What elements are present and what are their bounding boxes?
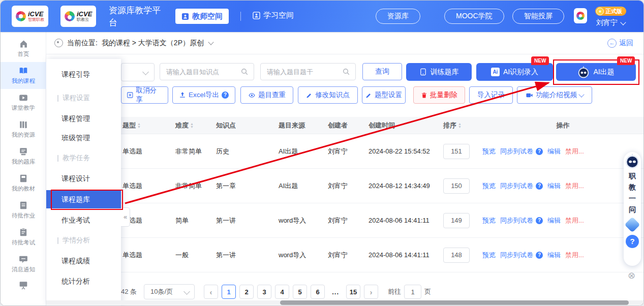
- sidebar-item-my-courses[interactable]: 我的课程: [1, 62, 46, 89]
- medal-icon: ★: [596, 8, 604, 15]
- menu-item-course-question-bank[interactable]: 课程题库: [46, 190, 121, 208]
- back-button[interactable]: ← 返回: [607, 39, 633, 48]
- menu-item-course-management[interactable]: 课程管理: [46, 110, 121, 127]
- knowledge-point-input[interactable]: [160, 63, 254, 80]
- question-stem-input[interactable]: [260, 63, 356, 80]
- teacher-space-button[interactable]: 教师空间: [175, 9, 229, 24]
- disable-link[interactable]: 禁用...: [565, 147, 584, 156]
- sync-to-paper-link[interactable]: 同步到试卷: [500, 251, 533, 260]
- ai-generate-button[interactable]: AI出题: [556, 63, 636, 81]
- resource-library-pill[interactable]: 资源库: [376, 9, 420, 24]
- sidebar-item-my-resources[interactable]: 我的资源: [1, 116, 46, 143]
- help-icon[interactable]: ?: [536, 252, 543, 259]
- menu-item-class-management[interactable]: 班级管理: [46, 129, 121, 146]
- table-row: 单选题 非常简单 历史 AI出题 刘宵宁 2024-08-22 15:54:52…: [46, 134, 643, 169]
- ai-recognition-label: AI识别录入: [503, 68, 538, 77]
- preview-link[interactable]: 预览: [482, 216, 496, 225]
- edit-knowledge-button[interactable]: 修改知识点: [298, 86, 358, 104]
- help-icon[interactable]: ?: [222, 91, 229, 99]
- preview-link[interactable]: 预览: [482, 147, 496, 156]
- breadcrumb-chevron-icon[interactable]: [208, 39, 213, 45]
- page-size-select[interactable]: 10条/页: [144, 284, 195, 299]
- platform-title: 资源库教学平台: [109, 5, 166, 29]
- order-input[interactable]: [443, 144, 470, 159]
- sidebar-item-my-textbooks[interactable]: 我的教材: [1, 170, 46, 197]
- question-type-select[interactable]: [121, 63, 155, 81]
- app-mini-logo[interactable]: [574, 8, 587, 23]
- menu-item-course-guide[interactable]: 课程引导: [46, 66, 121, 83]
- excel-export-button[interactable]: Excel导出 ?: [172, 86, 235, 104]
- help-icon[interactable]: ?: [536, 148, 543, 155]
- sidebar-item-presentation[interactable]: [1, 278, 46, 293]
- assistant-widget[interactable]: 职教一问 ?: [624, 152, 641, 266]
- menu-item-homework-exam[interactable]: 作业考试: [46, 211, 121, 229]
- prev-page-button[interactable]: [204, 285, 218, 299]
- breadcrumb-path[interactable]: 我的课程 > 大学语文（2P）原创: [102, 39, 204, 48]
- tablet-icon: [419, 68, 427, 76]
- order-input[interactable]: [443, 248, 470, 263]
- cell-created: 2024-08-12 14:34:49: [369, 181, 443, 190]
- assistant-close-icon[interactable]: ⊗: [628, 271, 637, 280]
- intro-video-button[interactable]: 功能介绍视频: [517, 86, 592, 104]
- goto-page-input[interactable]: [404, 285, 421, 299]
- page-button[interactable]: 4: [275, 285, 289, 299]
- edit-link[interactable]: 编辑: [547, 251, 561, 260]
- sidebar-item-pending-homework[interactable]: 待批作业: [1, 197, 46, 224]
- preview-link[interactable]: 预览: [482, 251, 496, 260]
- brand1-name: iCVE: [28, 11, 44, 17]
- sort-icon[interactable]: ▲▼: [458, 123, 462, 129]
- cell-knowledge: 历史: [216, 147, 279, 156]
- brand-logo-zhihui: iCVE 智慧职教: [12, 6, 48, 27]
- preview-link[interactable]: 预览: [482, 181, 496, 191]
- edit-link[interactable]: 编辑: [547, 216, 561, 225]
- sidebar-item-classroom-teaching[interactable]: 课堂教学: [1, 89, 46, 116]
- cancel-share-button[interactable]: 取消分享: [121, 86, 168, 104]
- menu-item-statistics[interactable]: 统计分析: [46, 272, 121, 290]
- menu-collapse-handle[interactable]: «: [121, 207, 130, 227]
- edit-link[interactable]: 编辑: [547, 181, 561, 191]
- page-button[interactable]: 15: [346, 285, 360, 299]
- help-icon[interactable]: ?: [536, 217, 543, 224]
- user-menu[interactable]: 刘宵宁: [596, 18, 625, 27]
- assistant-help-button[interactable]: ?: [626, 235, 639, 248]
- query-button[interactable]: 查询: [362, 63, 402, 80]
- sort-icon[interactable]: ▲▼: [190, 123, 194, 129]
- peacock-logo-icon: [65, 11, 75, 21]
- disable-link[interactable]: 禁用...: [565, 181, 584, 191]
- duplicate-check-button[interactable]: 题目查重: [240, 86, 293, 104]
- next-page-button[interactable]: [364, 285, 378, 299]
- learning-space-link[interactable]: 学习空间: [253, 11, 294, 20]
- sync-to-paper-link[interactable]: 同步到试卷: [500, 216, 533, 225]
- menu-item-course-grades[interactable]: 课程成绩: [46, 252, 121, 269]
- menu-item-course-design[interactable]: 课程设计: [46, 170, 121, 187]
- sync-to-paper-link[interactable]: 同步到试卷: [500, 147, 533, 156]
- page-button[interactable]: 6: [311, 285, 325, 299]
- sort-icon[interactable]: ▲▼: [137, 123, 141, 129]
- sync-to-paper-link[interactable]: 同步到试卷: [500, 181, 533, 191]
- ai-generate-label: AI出题: [593, 68, 614, 77]
- sidebar-item-pending-exams[interactable]: 待批考试: [1, 224, 46, 251]
- type-settings-button[interactable]: 题型设置: [362, 86, 406, 104]
- batch-delete-button[interactable]: 批量删除: [413, 86, 465, 104]
- import-record-button[interactable]: 导入记录: [469, 86, 513, 104]
- edit-link[interactable]: 编辑: [547, 147, 561, 156]
- page-button[interactable]: 3: [257, 285, 271, 299]
- page-button[interactable]: 5: [293, 285, 307, 299]
- smart-cast-pill[interactable]: 智能投屏: [512, 9, 564, 24]
- sidebar-item-my-question-bank[interactable]: 我的题库: [1, 143, 46, 170]
- page-button[interactable]: 1: [222, 285, 236, 299]
- sidebar-item-notifications[interactable]: 消息通知: [1, 251, 46, 278]
- page-ellipsis[interactable]: ...: [328, 285, 343, 299]
- horizontal-scrollbar-thumb[interactable]: [280, 300, 629, 305]
- disable-link[interactable]: 禁用...: [565, 216, 584, 225]
- order-input[interactable]: [443, 178, 470, 194]
- training-bank-button[interactable]: 训练题库: [406, 63, 472, 81]
- disable-link[interactable]: 禁用...: [565, 251, 584, 260]
- cell-difficulty: 非常简单: [175, 147, 216, 156]
- ai-recognition-button[interactable]: Ai AI识别录入: [476, 63, 553, 81]
- help-icon[interactable]: ?: [536, 182, 543, 190]
- order-input[interactable]: [443, 213, 470, 228]
- page-button[interactable]: 2: [239, 285, 254, 299]
- sidebar-item-home[interactable]: 首页: [1, 35, 46, 62]
- mooc-college-pill[interactable]: MOOC学院: [444, 9, 504, 24]
